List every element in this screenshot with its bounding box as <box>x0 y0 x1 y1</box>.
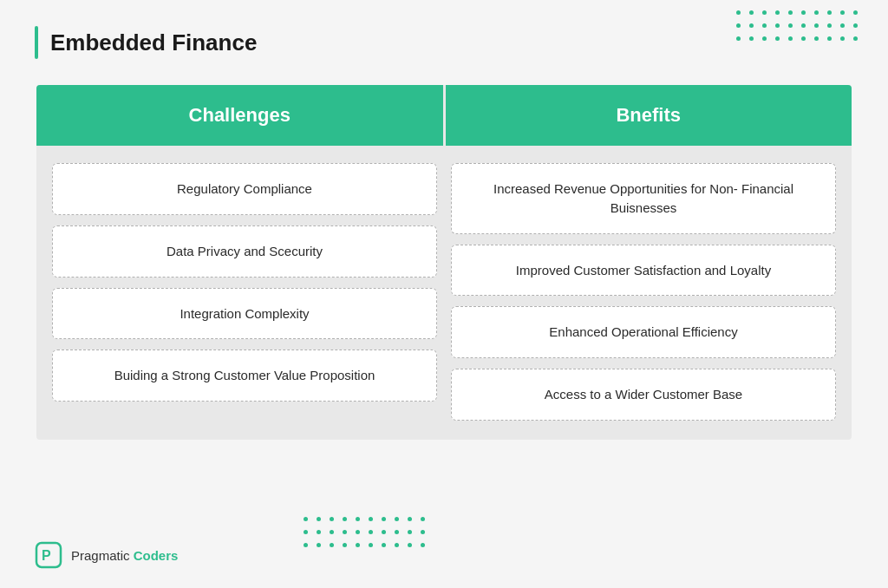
dots-decoration-bottom-center <box>304 517 429 552</box>
benefit-item-4: Access to a Wider Customer Base <box>451 369 836 421</box>
brand-name: Pragmatic Coders <box>71 548 178 563</box>
page: Embedded Finance Challenges Bnefits Regu… <box>0 0 888 588</box>
benefit-item-3: Enhanced Operational Efficiency <box>451 306 836 358</box>
challenges-column: Regulatory Compliance Data Privacy and S… <box>52 163 437 421</box>
brand-logo-icon: P <box>35 541 62 569</box>
page-title-section: Embedded Finance <box>35 26 853 59</box>
benefit-item-2: Improved Customer Satisfaction and Loyal… <box>451 245 836 297</box>
challenge-item-2: Data Privacy and Scecurity <box>52 225 437 278</box>
main-table: Challenges Bnefits Regulatory Compliance… <box>36 85 852 440</box>
benefit-item-1: Increased Revenue Opportunities for Non-… <box>451 163 836 234</box>
footer: P Pragmatic Coders <box>35 541 178 569</box>
brand-name-plain: Pragmatic <box>71 548 130 563</box>
title-bar-decoration <box>35 26 38 59</box>
page-title: Embedded Finance <box>50 29 257 56</box>
dots-decoration-top-right <box>736 10 862 45</box>
benefits-header: Bnefits <box>446 85 852 146</box>
svg-text:P: P <box>42 548 51 563</box>
brand-name-accent: Coders <box>134 548 179 563</box>
challenge-item-3: Integration Complexity <box>52 288 437 340</box>
challenge-item-4: Buiding a Strong Customer Value Proposit… <box>52 350 437 402</box>
challenges-header: Challenges <box>36 85 446 146</box>
benefits-column: Increased Revenue Opportunities for Non-… <box>451 163 836 421</box>
table-body: Regulatory Compliance Data Privacy and S… <box>36 146 852 440</box>
table-header: Challenges Bnefits <box>36 85 852 146</box>
challenge-item-1: Regulatory Compliance <box>52 163 437 215</box>
